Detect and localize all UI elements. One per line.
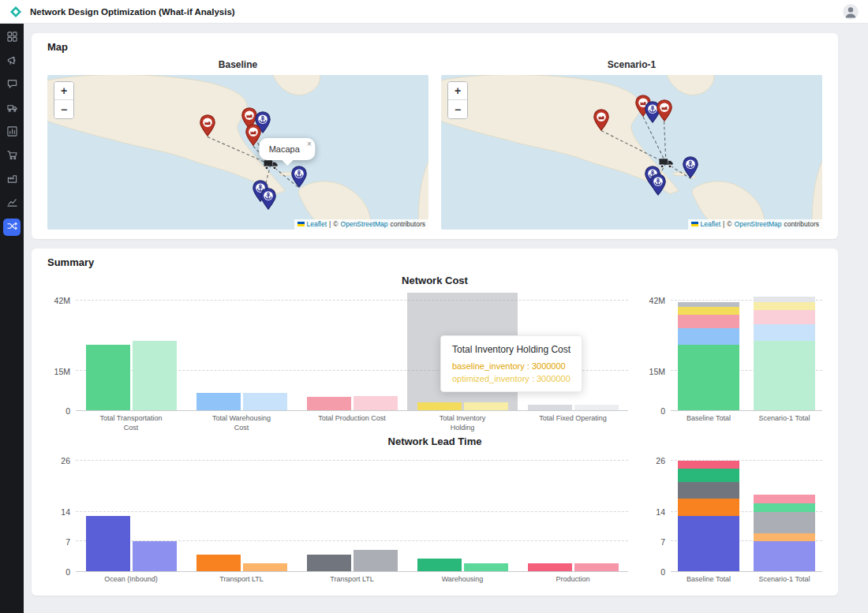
segment-production[interactable] xyxy=(678,461,740,469)
bar-group xyxy=(518,454,628,571)
segment-production[interactable] xyxy=(754,495,816,503)
bar-baseline-total-warehousing-cost[interactable] xyxy=(196,393,241,410)
line-chart-icon xyxy=(7,196,17,211)
y-axis: 015M42M xyxy=(47,293,76,411)
segment-ocean-inbound[interactable] xyxy=(678,516,740,571)
bar-optimized-total-transportation-cost[interactable] xyxy=(133,341,177,410)
scenario-map[interactable]: + − Leaflet | © OpenStreetMap contributo… xyxy=(441,75,822,230)
port-anchor-pin-marker[interactable] xyxy=(650,174,667,196)
segment-total-production-cost[interactable] xyxy=(754,310,816,324)
segment-total-warehousing-cost[interactable] xyxy=(754,324,816,342)
osm-link[interactable]: OpenStreetMap xyxy=(735,220,782,228)
segment-transport-ltl[interactable] xyxy=(754,533,816,542)
bar-group xyxy=(186,293,297,410)
y-tick-label: 15M xyxy=(54,367,70,376)
leaflet-link[interactable]: Leaflet xyxy=(307,220,327,228)
segment-total-fixed-operating[interactable] xyxy=(754,297,816,302)
factory-pin-marker[interactable] xyxy=(593,109,609,131)
sidebar-item-comments[interactable] xyxy=(3,77,21,94)
bar-baseline-total-inventory-holding[interactable] xyxy=(417,402,462,410)
y-tick-label: 14 xyxy=(656,507,665,517)
bar-optimized-transport-ltl[interactable] xyxy=(243,563,287,572)
bar-optimized-total-inventory-holding[interactable] xyxy=(464,402,508,410)
network-cost-row: 015M42M Total Inventory Holding Costbase… xyxy=(47,293,822,432)
segment-transport-ltl-2[interactable] xyxy=(678,482,740,499)
zoom-in-button[interactable]: + xyxy=(54,82,73,100)
zoom-in-button[interactable]: + xyxy=(448,82,467,100)
baseline-map-panel: Baseline + − Leaflet | © OpenStreetMap xyxy=(47,59,428,230)
user-avatar[interactable] xyxy=(843,4,859,20)
bar-optimized-production[interactable] xyxy=(574,563,619,572)
segment-total-production-cost[interactable] xyxy=(678,315,740,328)
stacked-bar-baseline-total[interactable] xyxy=(678,293,740,410)
x-category-label: Production xyxy=(518,575,628,585)
transport-truck-icon[interactable] xyxy=(264,159,278,170)
chat-bubble-icon xyxy=(7,78,17,92)
y-axis: 071426 xyxy=(47,454,76,572)
port-anchor-pin-marker[interactable] xyxy=(290,166,307,188)
bar-optimized-total-fixed-operating[interactable] xyxy=(574,405,619,410)
y-tick-label: 15M xyxy=(649,367,665,376)
bar-optimized-ocean-inbound[interactable] xyxy=(133,541,177,571)
sidebar-item-procurement[interactable] xyxy=(3,148,21,165)
segment-transport-ltl[interactable] xyxy=(678,499,740,516)
segment-total-transportation-cost[interactable] xyxy=(754,341,816,410)
factory-pin-marker[interactable] xyxy=(199,114,215,136)
leaflet-link[interactable]: Leaflet xyxy=(701,220,721,228)
segment-warehousing[interactable] xyxy=(754,503,816,512)
segment-total-fixed-operating[interactable] xyxy=(678,302,740,308)
map-attribution: Leaflet | © OpenStreetMap contributors xyxy=(294,219,428,230)
segment-total-inventory-holding[interactable] xyxy=(754,302,816,310)
map-attribution: Leaflet | © OpenStreetMap contributors xyxy=(688,219,822,230)
stacked-bar-baseline-total[interactable] xyxy=(678,454,740,571)
segment-total-inventory-holding[interactable] xyxy=(678,307,740,315)
popup-close-icon[interactable]: × xyxy=(307,140,312,148)
segment-warehousing[interactable] xyxy=(678,469,740,481)
sidebar-item-announcements[interactable] xyxy=(3,53,21,70)
segment-ocean-inbound[interactable] xyxy=(754,541,816,571)
segment-total-warehousing-cost[interactable] xyxy=(678,328,740,346)
osm-link[interactable]: OpenStreetMap xyxy=(341,220,388,228)
bar-baseline-ocean-inbound[interactable] xyxy=(86,516,130,571)
x-axis-labels: Total Transportation CostTotal Warehousi… xyxy=(76,414,628,432)
y-tick-label: 42M xyxy=(649,296,665,305)
y-tick-label: 26 xyxy=(656,456,665,465)
bar-baseline-total-fixed-operating[interactable] xyxy=(528,405,572,410)
zoom-out-button[interactable]: − xyxy=(448,100,467,118)
bar-optimized-total-production-cost[interactable] xyxy=(354,396,398,410)
segment-transport-ltl-2[interactable] xyxy=(754,512,816,533)
stacked-bar-scenario-1-total[interactable] xyxy=(754,293,816,410)
stacked-bar-group xyxy=(746,454,822,571)
port-anchor-pin-marker[interactable] xyxy=(683,156,699,178)
bar-baseline-transport-ltl[interactable] xyxy=(307,555,351,572)
sidebar-item-analytics[interactable] xyxy=(3,124,21,141)
transport-truck-icon[interactable] xyxy=(659,158,673,169)
map-popup-label: Macapa xyxy=(269,144,300,154)
bar-baseline-total-transportation-cost[interactable] xyxy=(86,345,130,410)
baseline-map[interactable]: + − Leaflet | © OpenStreetMap contributo… xyxy=(47,75,428,230)
port-anchor-pin-marker[interactable] xyxy=(260,188,277,210)
bar-baseline-transport-ltl[interactable] xyxy=(196,555,241,572)
bar-optimized-warehousing[interactable] xyxy=(464,563,508,572)
bar-baseline-warehousing[interactable] xyxy=(417,559,462,571)
bar-optimized-total-warehousing-cost[interactable] xyxy=(243,393,287,410)
bar-baseline-production[interactable] xyxy=(528,563,572,572)
sidebar-item-facilities[interactable] xyxy=(3,171,21,189)
sidebar-item-dashboard[interactable] xyxy=(3,29,21,47)
sidebar-item-logistics[interactable] xyxy=(3,100,21,118)
stacked-bar-scenario-1-total[interactable] xyxy=(754,454,816,571)
y-tick-label: 14 xyxy=(61,507,70,517)
bar-baseline-total-production-cost[interactable] xyxy=(307,397,351,410)
segment-total-transportation-cost[interactable] xyxy=(678,345,740,410)
bar-optimized-transport-ltl[interactable] xyxy=(354,550,398,571)
sidebar-item-performance[interactable] xyxy=(3,195,21,212)
network-lead-time-grouped-chart: 071426 Ocean (Inbound)Transport LTLTrans… xyxy=(47,454,628,585)
stacked-bar-group xyxy=(746,293,822,410)
y-tick-label: 0 xyxy=(65,406,70,416)
stacked-bar-groups xyxy=(671,454,822,571)
main-content: Map Baseline + − Leaflet | © O xyxy=(24,24,868,613)
app-logo-icon[interactable] xyxy=(9,6,22,18)
sidebar-item-network-optimization[interactable] xyxy=(3,219,21,236)
zoom-out-button[interactable]: − xyxy=(54,100,73,118)
factory-pin-marker[interactable] xyxy=(656,99,672,121)
